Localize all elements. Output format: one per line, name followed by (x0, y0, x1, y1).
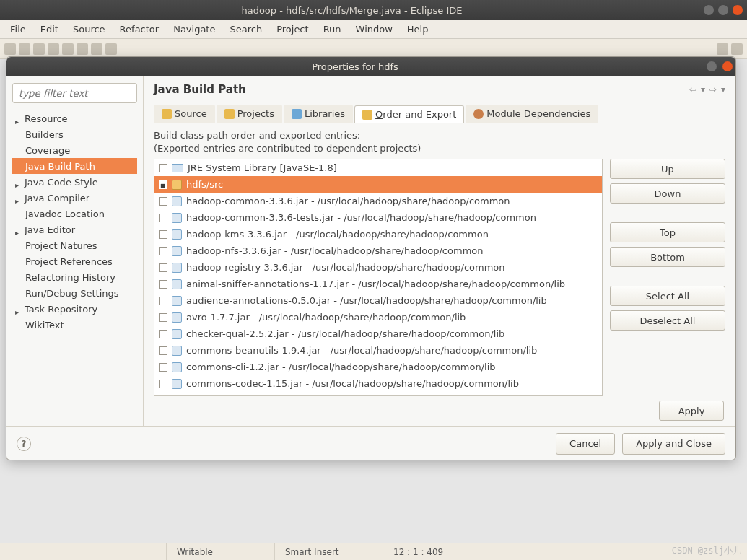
checkbox[interactable] (159, 363, 167, 372)
entry-row[interactable]: hadoop-nfs-3.3.6.jar - /usr/local/hadoop… (154, 242, 602, 259)
entry-row[interactable]: hadoop-kms-3.3.6.jar - /usr/local/hadoop… (154, 226, 602, 242)
entries-list[interactable]: JRE System Library [JavaSE-1.8]hdfs/srch… (154, 159, 603, 396)
apply-and-close-button[interactable]: Apply and Close (622, 433, 725, 455)
toolbar-icon[interactable] (105, 43, 117, 55)
jar-icon (172, 329, 182, 339)
dialog-minimize-icon[interactable] (707, 61, 717, 71)
menu-search[interactable]: Search (224, 22, 268, 36)
minimize-icon[interactable] (704, 5, 714, 15)
menu-edit[interactable]: Edit (35, 22, 64, 36)
tree-item-java-build-path[interactable]: Java Build Path (12, 158, 137, 174)
tree-item-project-natures[interactable]: Project Natures (12, 237, 137, 253)
checkbox[interactable] (159, 297, 167, 305)
checkbox[interactable] (159, 230, 167, 239)
toolbar-icon[interactable] (19, 43, 30, 55)
toolbar-icon[interactable] (4, 43, 16, 55)
entry-row[interactable]: commons-beanutils-1.9.4.jar - /usr/local… (154, 342, 602, 359)
checkbox[interactable] (159, 346, 167, 355)
tree-item-java-code-style[interactable]: Java Code Style (12, 174, 137, 190)
entry-row[interactable]: hadoop-common-3.3.6-tests.jar - /usr/loc… (154, 209, 602, 226)
toolbar-icon[interactable] (33, 43, 45, 55)
menu-source[interactable]: Source (67, 22, 111, 36)
toolbar-icon[interactable] (62, 43, 74, 55)
toolbar-icon[interactable] (91, 43, 102, 55)
forward-icon[interactable]: ▾ (701, 84, 705, 95)
jar-icon (172, 296, 182, 306)
checkbox[interactable] (159, 180, 167, 189)
menu-file[interactable]: File (4, 22, 32, 36)
down-button[interactable]: Down (610, 183, 725, 204)
tab-libraries[interactable]: Libraries (284, 105, 353, 123)
tree-item-refactoring-history[interactable]: Refactoring History (12, 269, 137, 285)
entry-row[interactable]: commons-cli-1.2.jar - /usr/local/hadoop/… (154, 359, 602, 375)
tree-item-builders[interactable]: Builders (12, 126, 137, 142)
tree-item-label: Builders (25, 129, 64, 140)
cancel-button[interactable]: Cancel (556, 433, 615, 455)
expand-icon[interactable] (15, 195, 22, 201)
tree-item-coverage[interactable]: Coverage (12, 142, 137, 158)
menu-window[interactable]: Window (350, 22, 398, 36)
tab-order-and-export[interactable]: Order and Export (354, 105, 464, 123)
checkbox[interactable] (159, 247, 167, 255)
apply-button[interactable]: Apply (659, 401, 724, 421)
watermark: CSDN @zslj小儿 (672, 545, 741, 557)
checkbox[interactable] (159, 313, 167, 322)
entry-row[interactable]: animal-sniffer-annotations-1.17.jar - /u… (154, 276, 602, 292)
select-all-button[interactable]: Select All (610, 286, 725, 306)
entry-row[interactable]: avro-1.7.7.jar - /usr/local/hadoop/share… (154, 309, 602, 325)
perspective-icon[interactable] (731, 43, 743, 55)
menu-help[interactable]: Help (401, 22, 434, 36)
menu-run[interactable]: Run (318, 22, 347, 36)
back-icon[interactable]: ⇦ (689, 84, 696, 95)
menu-project[interactable]: Project (271, 22, 314, 36)
checkbox[interactable] (159, 263, 167, 272)
tree-item-run-debug-settings[interactable]: Run/Debug Settings (12, 285, 137, 301)
entry-row[interactable]: hdfs/src (154, 176, 602, 193)
entry-row[interactable]: checker-qual-2.5.2.jar - /usr/local/hado… (154, 325, 602, 342)
checkbox[interactable] (159, 164, 167, 172)
bottom-button[interactable]: Bottom (610, 247, 725, 267)
page-title: Java Build Path (154, 83, 246, 96)
top-button[interactable]: Top (610, 222, 725, 242)
entry-row[interactable]: hadoop-registry-3.3.6.jar - /usr/local/h… (154, 259, 602, 276)
forward-arrow-icon[interactable]: ⇨ (709, 84, 717, 95)
tab-source[interactable]: Source (154, 105, 215, 123)
toolbar-icon[interactable] (77, 43, 88, 55)
toolbar-icon[interactable] (48, 43, 59, 55)
filter-input[interactable] (12, 83, 137, 103)
help-icon[interactable]: ? (17, 437, 31, 451)
tree-item-task-repository[interactable]: Task Repository (12, 301, 137, 317)
tree-item-resource[interactable]: Resource (12, 110, 137, 126)
menu-navigate[interactable]: Navigate (167, 22, 221, 36)
tree-item-javadoc-location[interactable]: Javadoc Location (12, 206, 137, 222)
checkbox[interactable] (159, 197, 167, 206)
maximize-icon[interactable] (718, 5, 728, 15)
checkbox[interactable] (159, 214, 167, 222)
up-button[interactable]: Up (610, 159, 725, 179)
entry-label: commons-codec-1.15.jar - /usr/local/hado… (186, 378, 519, 389)
expand-icon[interactable] (15, 227, 22, 233)
entry-row[interactable]: audience-annotations-0.5.0.jar - /usr/lo… (154, 292, 602, 309)
menu-icon[interactable]: ▾ (721, 84, 725, 95)
tab-projects[interactable]: Projects (217, 105, 282, 123)
checkbox[interactable] (159, 280, 167, 289)
tree-item-project-references[interactable]: Project References (12, 253, 137, 269)
checkbox[interactable] (159, 380, 167, 388)
expand-icon[interactable] (15, 179, 22, 185)
close-icon[interactable] (733, 5, 743, 15)
dialog-close-icon[interactable] (722, 61, 733, 71)
checkbox[interactable] (159, 330, 167, 338)
expand-icon[interactable] (15, 115, 22, 122)
tree-item-java-compiler[interactable]: Java Compiler (12, 190, 137, 206)
tree-item-label: Task Repository (25, 304, 97, 315)
tree-item-wikitext[interactable]: WikiText (12, 317, 137, 333)
entry-row[interactable]: JRE System Library [JavaSE-1.8] (154, 159, 602, 176)
deselect-all-button[interactable]: Deselect All (610, 310, 725, 331)
entry-row[interactable]: commons-codec-1.15.jar - /usr/local/hado… (154, 375, 602, 392)
tree-item-java-editor[interactable]: Java Editor (12, 222, 137, 237)
search-icon[interactable] (717, 43, 728, 55)
expand-icon[interactable] (15, 306, 22, 312)
menu-refactor[interactable]: Refactor (114, 22, 165, 36)
entry-row[interactable]: hadoop-common-3.3.6.jar - /usr/local/had… (154, 193, 602, 209)
tab-module-dependencies[interactable]: Module Dependencies (466, 105, 598, 123)
